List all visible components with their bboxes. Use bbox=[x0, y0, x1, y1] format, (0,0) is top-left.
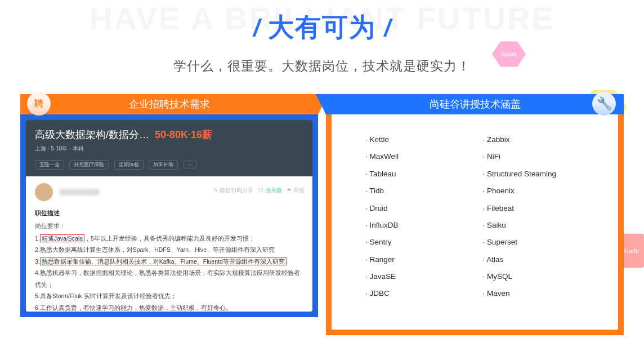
right-tab: 尚硅谷讲授技术涵盖 bbox=[326, 94, 624, 114]
tag: 定期体检 bbox=[114, 160, 144, 170]
tech-item: · Tidb bbox=[365, 183, 483, 199]
page-title: 大有可为 bbox=[268, 10, 376, 45]
slash-left: / bbox=[248, 15, 266, 41]
hire-badge-icon: 聘 bbox=[27, 92, 51, 116]
tech-item: · NiFi bbox=[483, 148, 601, 165]
tech-item: · JavaSE bbox=[365, 268, 483, 285]
tech-item: · Tableau bbox=[365, 166, 483, 183]
tech-item: · Sentry bbox=[365, 234, 483, 251]
tech-item: · Ranger bbox=[365, 251, 483, 268]
like-action[interactable]: ♡ 感兴趣 bbox=[258, 187, 282, 193]
desc-header: 职位描述 bbox=[35, 209, 303, 217]
left-tab: 企业招聘技术需求 bbox=[20, 94, 318, 114]
tag: 五险一金 bbox=[35, 160, 64, 170]
slash-right: / bbox=[378, 15, 396, 41]
page-subtitle: 学什么，很重要。大数据岗位，技术就是硬实力！ bbox=[0, 57, 644, 75]
tech-item: · Atlas bbox=[483, 251, 601, 268]
tech-col-right: · Zabbix· NiFi· Structured Steaming· Pho… bbox=[483, 131, 601, 303]
report-action[interactable]: ⚑ 举报 bbox=[287, 187, 305, 193]
panel-right: 🔧 尚硅谷讲授技术涵盖 · Kettle· MaxWell· Tableau· … bbox=[326, 94, 624, 335]
tech-item: · Zabbix bbox=[483, 131, 601, 148]
tech-item: · Saiku bbox=[483, 217, 601, 234]
job-actions: ✎ 微信扫码分享 ♡ 感兴趣 ⚑ 举报 bbox=[213, 186, 305, 194]
tag: ··· bbox=[184, 161, 197, 168]
tech-item: · Kettle bbox=[365, 131, 483, 148]
tag: 补充医疗保险 bbox=[69, 160, 109, 170]
panel-left: 聘 企业招聘技术需求 高级大数据架构/数据分… 50-80K·16薪 上海 · … bbox=[20, 94, 318, 335]
tech-item: · Superset bbox=[483, 234, 601, 251]
wrench-icon: 🔧 bbox=[592, 92, 616, 116]
share-action[interactable]: ✎ 微信扫码分享 bbox=[213, 187, 253, 193]
tech-item: · Phoenix bbox=[483, 183, 601, 199]
tech-col-left: · Kettle· MaxWell· Tableau· Tidb· Druid·… bbox=[365, 131, 483, 303]
tech-item: · JDBC bbox=[365, 285, 483, 302]
tech-item: · Structured Steaming bbox=[483, 166, 601, 183]
job-card: 高级大数据架构/数据分… 50-80K·16薪 上海 · 5-10年 · 本科 … bbox=[26, 120, 312, 312]
req-header: 岗位要求： bbox=[35, 222, 303, 230]
tech-item: · InfluxDB bbox=[365, 217, 483, 234]
tech-item: · Druid bbox=[365, 200, 483, 217]
tech-item: · MaxWell bbox=[365, 148, 483, 165]
recruiter-name-blurred bbox=[60, 189, 99, 196]
requirements: 1.精通Java/Scala，5年以上开发经验，具备优秀的编程能力及良好的开发习… bbox=[35, 233, 303, 312]
job-title: 高级大数据架构/数据分… 50-80K·16薪 bbox=[35, 128, 303, 141]
recruiter-avatar bbox=[35, 183, 53, 201]
job-meta: 上海 · 5-10年 · 本科 bbox=[35, 145, 303, 153]
job-tags: 五险一金 补充医疗保险 定期体检 加班补助 ··· bbox=[35, 158, 303, 170]
job-salary: 50-80K·16薪 bbox=[155, 129, 212, 140]
tech-item: · Filebeat bbox=[483, 200, 601, 217]
tech-item: · Maven bbox=[483, 285, 601, 302]
tag: 加班补助 bbox=[149, 160, 178, 170]
tech-item: · MySQL bbox=[483, 268, 601, 285]
